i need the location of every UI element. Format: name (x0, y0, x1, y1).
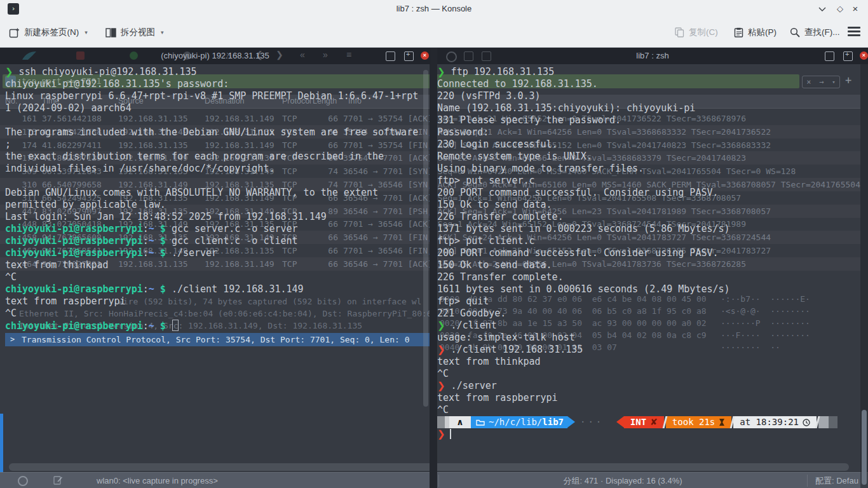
prompt-end-cap (829, 416, 837, 428)
right-pane-header[interactable]: lib7 : zsh × (437, 47, 868, 64)
terminal-line: chiyoyuki-pi@raspberrypi:~ $ gcc server.… (5, 223, 298, 235)
chevron-down-icon: ▾ (161, 29, 164, 36)
pane-splitter[interactable] (430, 47, 437, 488)
split-view-icon (105, 28, 116, 37)
directory-path: ~/h/c/lib/lib7 (489, 416, 564, 428)
gear-icon (183, 51, 191, 60)
text (154, 320, 160, 332)
text: ftp> put client.c (437, 235, 535, 247)
prompt-path: ~ (149, 283, 154, 295)
terminal-line: text from thinkpad (437, 356, 541, 368)
text: text from raspberrypi (437, 392, 558, 403)
text: 150 Ok to send data. (437, 259, 552, 271)
text (166, 320, 172, 332)
detach-pane-icon[interactable] (843, 51, 853, 61)
terminal-line: usage: simplex-talk host (437, 332, 575, 344)
text: ^C (5, 271, 17, 283)
close-pane-icon[interactable]: × (860, 51, 868, 60)
new-tab-label: 新建标签页(N) (24, 27, 79, 38)
copy-icon (675, 27, 684, 37)
wireshark-fin-icon (22, 51, 37, 63)
prompt-user: chiyoyuki-pi@raspberrypi (5, 247, 143, 259)
text: ^C (5, 308, 17, 319)
terminal-line: Using binary mode to transfer files. (437, 163, 644, 175)
prompt-directory-segment: ~/h/c/lib/lib7 (471, 416, 567, 428)
error-x-icon: ✘ (650, 416, 658, 428)
minimize-button[interactable] (816, 3, 829, 15)
time-segment: at 18:39:21 (733, 416, 817, 428)
new-tab-button[interactable]: 新建标签页(N) ▾ (9, 23, 88, 42)
ghost-first-icon: « (300, 50, 305, 60)
close-pane-icon[interactable]: × (421, 51, 429, 60)
exit-status-segment: INT ✘ (624, 416, 664, 428)
terminal-line: 1 (2024-09-02) aarch64 (5, 102, 132, 114)
prompt-path: ~ (149, 247, 154, 259)
text: Using binary mode to transfer files. (437, 163, 644, 174)
terminal-line: ^C (437, 404, 449, 416)
terminal-line: 331 Please specify the password. (437, 114, 621, 126)
close-button[interactable]: × (849, 3, 862, 15)
left-pane-header[interactable]: × ❮ ❯ « » ≡ (chiyoyuki-pi) 192.168.31.13… (0, 47, 430, 64)
text: Name (192.168.31.135:chiyoyuki): chiyoyu… (437, 102, 695, 114)
right-terminal[interactable]: ∧ ~/h/c/lib/lib7 ··· INT ✘ took 21s at 1… (434, 66, 860, 488)
expand-pane-icon[interactable] (825, 51, 834, 61)
text: 226 Transfer complete. (437, 271, 564, 283)
ghost-back-icon: ❮ (255, 50, 263, 60)
prompt-dollar: $ (160, 320, 166, 332)
text: ./client 192.168.31.135 (445, 344, 583, 355)
terminal-line: 226 Transfer complete. (437, 211, 564, 223)
terminal-line: text from thinkpad (5, 259, 109, 271)
split-view-button[interactable]: 拆分视图 ▾ (105, 23, 164, 42)
terminal-line: text from raspberrypi (5, 295, 126, 308)
paste-label: 粘贴(P) (748, 27, 776, 38)
terminal-line: 220 (vsFTPd 3.0.3) (437, 90, 541, 102)
stop-capture-icon (76, 51, 85, 60)
text: 220 (vsFTPd 3.0.3) (437, 90, 541, 102)
left-terminal[interactable]: ❯ ssh chiyoyuki-pi@192.168.31.135chiyoyu… (0, 66, 430, 488)
text: Last login: Sun Jan 12 18:48:52 2025 fro… (5, 211, 327, 222)
text: 1 (2024-09-02) aarch64 (5, 102, 132, 114)
terminal-line: Password: (437, 126, 489, 139)
paste-icon (734, 27, 743, 37)
folder-icon (476, 419, 485, 426)
window-titlebar[interactable]: › lib7 : zsh — Konsole ◇ × (0, 0, 868, 18)
prompt-right-segments: INT ✘ took 21s at 18:39:21 (616, 416, 837, 428)
expand-pane-icon[interactable] (386, 51, 395, 61)
text: text from thinkpad (437, 356, 541, 367)
prompt-user: chiyoyuki-pi@raspberrypi (5, 283, 143, 295)
copy-label: 复制(C) (689, 27, 718, 38)
text (154, 235, 160, 247)
left-terminal-scrollbar[interactable] (423, 70, 428, 407)
hamburger-menu-button[interactable] (848, 27, 860, 37)
paste-button[interactable]: 粘贴(P) (734, 23, 776, 42)
text: individual files in /usr/share/doc/*/cop… (5, 163, 275, 174)
maximize-button[interactable]: ◇ (834, 3, 846, 15)
text: 226 Transfer complete. (437, 211, 564, 222)
prompt-path: ~ (149, 223, 154, 234)
terminal-line: 226 Transfer complete. (437, 271, 564, 283)
copy-button[interactable]: 复制(C) (675, 23, 718, 42)
find-button[interactable]: 查找(F)... (790, 23, 840, 42)
terminal-line: chiyoyuki-pi@192.168.31.135's password: (5, 78, 229, 90)
prompt-path: ~ (149, 320, 154, 332)
cursor (172, 320, 179, 331)
terminal-line: Connected to 192.168.31.135. (437, 78, 598, 90)
right-terminal-scrollbar-thumb[interactable] (862, 410, 867, 485)
terminal-line: ❯ ./client 192.168.31.135 (437, 344, 583, 356)
terminal-line: 230 Login successful. (437, 139, 558, 151)
text: ssh chiyoyuki-pi@192.168.31.135 (13, 66, 197, 78)
text: gcc server.c -o server (166, 223, 298, 234)
text: 221 Goodbye. (437, 308, 506, 319)
terminal-line: Remote system type is UNIX. (437, 151, 592, 163)
ghost-layout-icon (482, 51, 491, 61)
terminal-line: Debian GNU/Linux comes with ABSOLUTELY N… (5, 187, 378, 199)
prompt-filler-dots: ··· (580, 416, 604, 428)
detach-pane-icon[interactable] (404, 51, 414, 61)
terminal-line: text from raspberrypi (437, 392, 558, 404)
terminal-line: chiyoyuki-pi@raspberrypi:~ $ ./server (5, 247, 217, 259)
text: ./client 192.168.31.149 (166, 283, 304, 295)
prompt-dollar: $ (160, 235, 166, 247)
ghost-close-icon: × (226, 50, 231, 60)
text: ; (5, 139, 11, 150)
terminal-line: 1371 bytes sent in 0.000223 seconds (5.8… (437, 223, 730, 235)
